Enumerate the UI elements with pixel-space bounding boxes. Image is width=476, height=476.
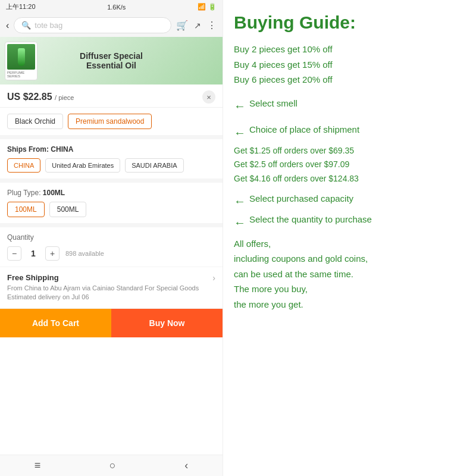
price-unit: / piece xyxy=(55,94,74,101)
smell-options-row: Black Orchid Premium sandalwood xyxy=(7,114,215,129)
guide-discount-line-3: Buy 6 pieces get 20% off xyxy=(234,72,465,87)
product-info: US $22.85 / piece × Black Orchid Premium… xyxy=(0,84,223,455)
price-row: US $22.85 / piece × xyxy=(0,84,223,108)
ships-options-row: CHINA United Arab Emirates SAUDI ARABIA xyxy=(7,158,215,173)
product-title-line2: Essential Oil xyxy=(86,61,136,70)
quantity-value: 1 xyxy=(27,249,39,258)
offer-line-1: All offers, xyxy=(234,236,465,252)
coupon-line-3: Get $4.16 off orders over $124.83 xyxy=(234,172,465,186)
shipment-label: Choice of place of shipment xyxy=(249,123,359,137)
cart-icon[interactable]: 🛒 xyxy=(176,20,188,31)
capacity-100ml[interactable]: 100ML xyxy=(7,202,45,217)
guide-title: Buying Guide: xyxy=(234,12,465,33)
search-input-box[interactable]: 🔍 tote bag xyxy=(14,17,171,33)
capacity-arrow: ← xyxy=(234,195,246,208)
capacity-options-row: 100ML 500ML xyxy=(7,202,215,217)
status-time: 上午11:20 xyxy=(6,2,36,11)
offer-line-5: the more you get. xyxy=(234,297,465,312)
select-smell-arrow: ← xyxy=(234,99,246,113)
price-display: US $22.85 / piece xyxy=(7,92,74,102)
guide-discount-line-2: Buy 4 pieces get 15% off xyxy=(234,57,465,73)
capacity-label: Plug Type: 100ML xyxy=(7,189,215,197)
status-icons: 📶 🔋 xyxy=(198,3,217,11)
select-smell-row: ← Select smell xyxy=(234,97,465,117)
guide-discount-line-1: Buy 2 pieces get 10% off xyxy=(234,42,465,57)
price-value: US $22.85 xyxy=(7,92,52,102)
capacity-500ml[interactable]: 500ML xyxy=(49,202,87,217)
nav-bar: ≡ ○ ‹ xyxy=(0,455,223,476)
more-icon[interactable]: ⋮ xyxy=(207,20,217,31)
back-button[interactable]: ‹ xyxy=(6,20,9,31)
product-title-line1: Diffuser Special xyxy=(80,51,143,61)
offer-line-3: can be used at the same time. xyxy=(234,267,465,282)
bottom-buttons: Add To Cart Buy Now xyxy=(0,309,223,337)
quantity-available: 898 available xyxy=(65,250,104,257)
nav-back-icon[interactable]: ‹ xyxy=(184,459,188,472)
search-icon: 🔍 xyxy=(21,21,31,30)
close-button[interactable]: × xyxy=(202,90,215,104)
smell-option-sandalwood[interactable]: Premium sandalwood xyxy=(68,114,152,129)
battery-icon: 🔋 xyxy=(208,3,217,11)
bottle-icon xyxy=(18,48,25,66)
mobile-app-panel: 上午11:20 1.6K/s 📶 🔋 ‹ 🔍 tote bag 🛒 ↗ ⋮ PE… xyxy=(0,0,223,476)
shipment-arrow: ← xyxy=(234,126,246,140)
status-speed: 1.6K/s xyxy=(107,4,126,11)
add-to-cart-button[interactable]: Add To Cart xyxy=(0,309,111,337)
guide-discount-block: Buy 2 pieces get 10% off Buy 4 pieces ge… xyxy=(234,42,465,87)
series-badge: PERFUME SERIES xyxy=(7,71,35,78)
smell-option-black-orchid[interactable]: Black Orchid xyxy=(7,114,63,129)
ships-from-label: Ships From: CHINA xyxy=(7,145,215,154)
shipment-row: ← Choice of place of shipment xyxy=(234,123,465,143)
quantity-row: − 1 + 898 available xyxy=(7,246,215,261)
ship-option-saudi[interactable]: SAUDI ARABIA xyxy=(125,158,183,173)
search-placeholder: tote bag xyxy=(35,21,62,30)
guide-coupons-block: Get $1.25 off orders over $69.35 Get $2.… xyxy=(234,144,465,186)
shipping-info-section[interactable]: Free Shipping From China to Abu Ajram vi… xyxy=(0,267,223,309)
quantity-label-guide: Select the quantity to purchase xyxy=(249,214,372,224)
capacity-selected: 100ML xyxy=(43,189,65,197)
quantity-label: Quantity xyxy=(7,233,215,242)
ships-from-section: Ships From: CHINA CHINA United Arab Emir… xyxy=(0,139,223,179)
product-image xyxy=(7,44,35,70)
select-quantity-row: ← Select the quantity to purchase xyxy=(234,214,465,231)
nav-menu-icon[interactable]: ≡ xyxy=(35,459,41,472)
shipping-text: Free Shipping From China to Abu Ajram vi… xyxy=(7,273,208,302)
guide-offers-block: All offers, including coupons and gold c… xyxy=(234,236,465,312)
product-thumbnail: PERFUME SERIES xyxy=(5,42,37,80)
shipping-title: Free Shipping xyxy=(7,273,208,282)
shipping-arrow-icon: › xyxy=(212,273,215,283)
offer-line-2: including coupons and gold coins, xyxy=(234,251,465,267)
smell-options-section: Black Orchid Premium sandalwood xyxy=(0,108,223,136)
capacity-section: Plug Type: 100ML 100ML 500ML xyxy=(0,183,223,224)
nav-home-icon[interactable]: ○ xyxy=(109,459,116,472)
coupon-line-2: Get $2.5 off orders over $97.09 xyxy=(234,158,465,172)
share-icon[interactable]: ↗ xyxy=(194,21,201,30)
signal-icon: 📶 xyxy=(198,3,206,11)
offer-line-4: The more you buy, xyxy=(234,281,465,297)
buying-guide-panel: Buying Guide: Buy 2 pieces get 10% off B… xyxy=(223,0,476,476)
ship-option-china[interactable]: CHINA xyxy=(7,158,40,173)
shipping-detail1: From China to Abu Ajram via Cainiao Stan… xyxy=(7,284,208,293)
status-bar: 上午11:20 1.6K/s 📶 🔋 xyxy=(0,0,223,14)
toolbar-icons: 🛒 ↗ ⋮ xyxy=(176,20,217,31)
quantity-section: Quantity − 1 + 898 available xyxy=(0,227,223,267)
capacity-label-guide: Select purchased capacity xyxy=(249,193,353,203)
select-capacity-row: ← Select purchased capacity xyxy=(234,193,465,209)
select-smell-label: Select smell xyxy=(249,97,298,111)
quantity-arrow: ← xyxy=(234,216,246,230)
quantity-plus-button[interactable]: + xyxy=(45,246,60,261)
quantity-minus-button[interactable]: − xyxy=(7,246,21,261)
coupon-line-1: Get $1.25 off orders over $69.35 xyxy=(234,144,465,158)
search-bar: ‹ 🔍 tote bag 🛒 ↗ ⋮ xyxy=(0,14,223,37)
ship-option-uae[interactable]: United Arab Emirates xyxy=(45,158,120,173)
product-banner: PERFUME SERIES Diffuser Special Essentia… xyxy=(0,37,223,84)
buy-now-button[interactable]: Buy Now xyxy=(111,309,223,337)
shipping-detail2: Estimated delivery on Jul 06 xyxy=(7,293,208,302)
